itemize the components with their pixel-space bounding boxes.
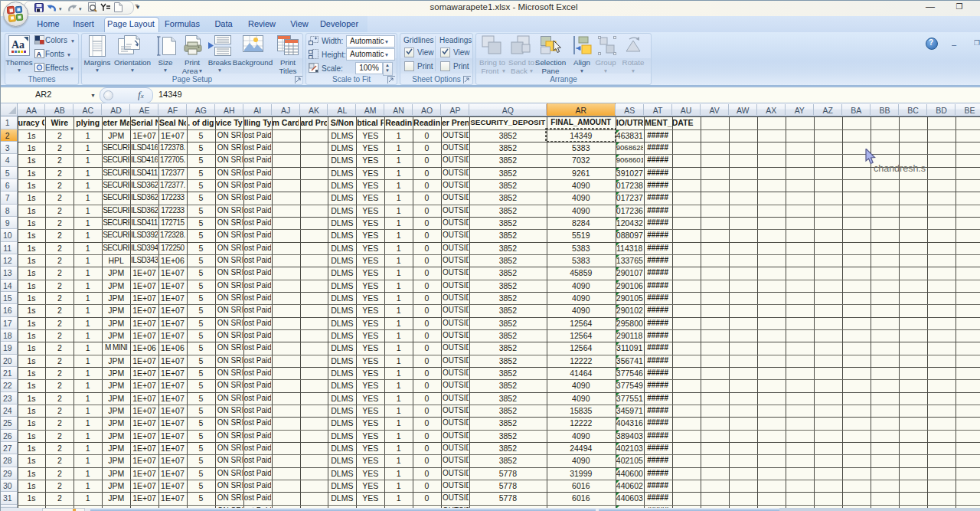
svg-text:Aa: Aa	[11, 39, 24, 51]
svg-text:A: A	[37, 51, 42, 58]
